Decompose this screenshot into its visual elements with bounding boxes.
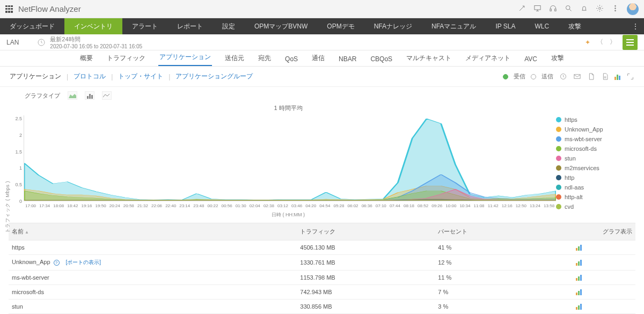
section-tab[interactable]: トラフィック — [106, 50, 147, 66]
table-row[interactable]: Unknown_App?[ポートの表示]1330.761 MB12 % — [9, 255, 635, 271]
table-header[interactable]: 名前▲ — [9, 223, 297, 240]
expand-icon[interactable] — [626, 72, 634, 81]
svg-point-3 — [566, 5, 570, 10]
section-tab[interactable]: アプリケーション — [158, 49, 212, 66]
table-header[interactable]: トラフィック — [297, 223, 435, 240]
cell-traffic: 1330.761 MB — [297, 255, 435, 271]
avatar[interactable] — [627, 3, 639, 15]
subtab[interactable]: アプリケーショングループ — [175, 72, 253, 81]
cell-percent: 3 % — [435, 300, 573, 314]
cell-name: microsoft-ds — [9, 285, 297, 300]
mainnav-item[interactable]: アラート — [122, 18, 167, 34]
cell-chart-button[interactable] — [573, 285, 635, 300]
graph-type-area-button[interactable] — [68, 91, 77, 100]
section-tab[interactable]: 送信元 — [224, 50, 245, 66]
section-tab[interactable]: QoS — [284, 52, 299, 66]
legend-label: https — [565, 116, 577, 123]
section-tab[interactable]: NBAR — [338, 52, 357, 66]
pin-icon[interactable] — [518, 4, 526, 14]
schedule-icon[interactable] — [559, 72, 567, 81]
table-header[interactable]: パーセント — [435, 223, 573, 240]
section-tab[interactable]: マルチキャスト — [405, 50, 452, 66]
cell-chart-button[interactable] — [573, 271, 635, 285]
section-tab[interactable]: 宛先 — [257, 50, 272, 66]
legend-item[interactable]: stun — [556, 154, 636, 163]
show-ports-link[interactable]: [ポートの表示] — [66, 259, 101, 265]
subtabs: アプリケーション|プロトコル|トップ・サイト|アプリケーショングループ — [10, 72, 253, 81]
section-tab[interactable]: 通信 — [311, 50, 326, 66]
section-tab[interactable]: CBQoS — [369, 52, 393, 66]
mainnav-item[interactable]: OPMマップBVNW — [245, 18, 317, 34]
graph-type-bar-button[interactable] — [85, 91, 94, 100]
subtab[interactable]: プロトコル — [74, 72, 106, 81]
cell-chart-button[interactable] — [573, 255, 635, 271]
cell-chart-button[interactable] — [573, 240, 635, 255]
table-row[interactable]: stun330.856 MB3 % — [9, 300, 635, 314]
legend-label: cvd — [565, 203, 574, 210]
legend-item[interactable]: ndl-aas — [556, 182, 636, 192]
help-icon[interactable]: ? — [54, 260, 60, 266]
section-tab[interactable]: メディアネット — [464, 50, 511, 66]
legend-item[interactable]: https — [556, 115, 636, 125]
mail-icon[interactable] — [573, 72, 581, 81]
direction-in-radio[interactable] — [503, 74, 508, 79]
mainnav-more-icon[interactable]: ⋮ — [627, 18, 644, 34]
alert-bulb-icon[interactable]: ✦ — [585, 39, 590, 46]
mainnav-item[interactable]: レポート — [167, 18, 213, 34]
gear-icon[interactable] — [596, 4, 604, 14]
legend-swatch — [556, 146, 561, 151]
table-row[interactable]: microsoft-ds742.943 MB7 % — [9, 285, 635, 300]
legend-item[interactable]: cvd — [556, 202, 636, 211]
legend-item[interactable]: http-alt — [556, 192, 636, 202]
kebab-icon[interactable] — [611, 4, 619, 14]
cell-chart-button[interactable] — [573, 300, 635, 314]
panel-menu-button[interactable] — [623, 35, 638, 50]
cell-traffic: 4506.130 MB — [297, 240, 435, 255]
mainnav-item[interactable]: OPMデモ — [317, 18, 364, 34]
apps-grid-icon[interactable] — [5, 5, 13, 13]
mainnav-item[interactable]: ダッシュボード — [0, 18, 64, 34]
svg-rect-0 — [535, 5, 540, 10]
next-icon[interactable]: 〉 — [610, 38, 616, 47]
legend-item[interactable]: microsoft-ds — [556, 144, 636, 154]
svg-point-5 — [615, 5, 616, 6]
mainnav-item[interactable]: NFAマニュアル — [422, 18, 486, 34]
table-row[interactable]: https4506.130 MB41 % — [9, 240, 635, 255]
legend-item[interactable]: ms-wbt-server — [556, 134, 636, 144]
mainnav-item[interactable]: 攻撃 — [559, 18, 591, 34]
csv-icon[interactable] — [601, 72, 609, 81]
subtab[interactable]: トップ・サイト — [118, 72, 163, 81]
subtab[interactable]: アプリケーション — [10, 72, 61, 81]
section-tab[interactable]: 概要 — [79, 50, 94, 66]
mainnav-item[interactable]: IP SLA — [486, 18, 525, 34]
table-header[interactable]: グラフ表示 — [573, 223, 635, 240]
chart[interactable]: 1 時間平均 00.511.522.5 17:0017:3418:0818:42… — [20, 104, 556, 218]
graph-type-line-button[interactable] — [102, 91, 112, 100]
monitor-icon[interactable] — [533, 4, 541, 14]
legend-item[interactable]: m2mservices — [556, 163, 636, 173]
section-tab[interactable]: AVC — [523, 52, 538, 66]
legend-item[interactable]: http — [556, 173, 636, 182]
svg-marker-11 — [69, 94, 76, 98]
headset-icon[interactable] — [549, 4, 557, 14]
topbar-actions — [518, 3, 639, 15]
mini-chart-icon[interactable] — [614, 74, 620, 80]
mainnav-item[interactable]: インベントリ — [64, 18, 122, 34]
mainnav-item[interactable]: 設定 — [213, 18, 245, 34]
table-row[interactable]: ms-wbt-server1153.798 MB11 % — [9, 271, 635, 285]
legend-swatch — [556, 194, 561, 200]
mainnav-item[interactable]: WLC — [525, 18, 559, 34]
search-icon[interactable] — [565, 4, 573, 14]
graph-type-label: グラフタイプ — [25, 92, 60, 100]
pdf-icon[interactable] — [587, 72, 595, 81]
time-range[interactable]: 最新24時間 2020-07-30 16:05 to 2020-07-31 16… — [37, 35, 142, 49]
section-tab[interactable]: 攻撃 — [550, 50, 565, 66]
legend-label: microsoft-ds — [565, 145, 597, 152]
legend-swatch — [556, 185, 561, 190]
mainnav-item[interactable]: NFAナレッジ — [364, 18, 422, 34]
bell-icon[interactable] — [580, 4, 588, 14]
cell-name: Unknown_App?[ポートの表示] — [9, 255, 297, 271]
legend-item[interactable]: Unknown_App — [556, 125, 636, 134]
prev-icon[interactable]: 〈 — [597, 38, 603, 47]
direction-out-radio[interactable] — [531, 74, 536, 79]
